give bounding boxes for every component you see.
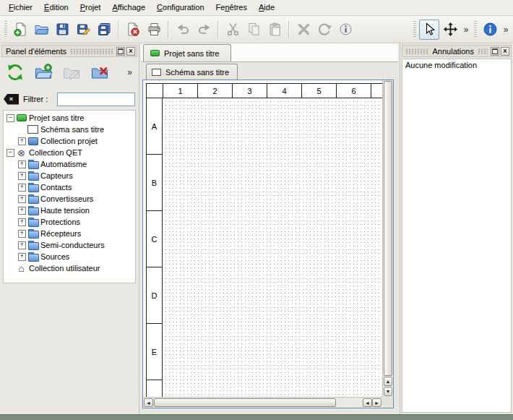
save-all-button[interactable] [94, 20, 114, 40]
menu-item[interactable]: Affichage [106, 0, 151, 15]
tree-expander-icon[interactable] [17, 218, 27, 227]
tree-item[interactable]: Capteurs [4, 170, 135, 181]
tree-item[interactable]: Semi-conducteurs [4, 239, 135, 251]
tree-item[interactable]: Convertisseurs [4, 193, 135, 205]
tree-expander-icon[interactable] [17, 252, 27, 262]
horizontal-scrollbar[interactable]: ◄ ◄ ► [143, 397, 382, 408]
save-button[interactable] [52, 20, 72, 40]
menu-item[interactable]: Fichier [3, 0, 38, 15]
tree-item-icon [27, 205, 39, 215]
scroll-up-icon[interactable]: ▲ [384, 377, 392, 386]
float-dock-button[interactable] [116, 47, 125, 56]
diagram-tab[interactable]: Schéma sans titre [146, 64, 238, 80]
horizontal-scrollbar-thumb[interactable] [154, 398, 336, 407]
clear-filter-icon[interactable]: × [4, 94, 19, 105]
new-element-icon [34, 63, 53, 82]
vertical-scrollbar[interactable]: ▲ ▼ [382, 80, 393, 397]
tree-item[interactable]: Sources [4, 251, 135, 262]
new-file-button[interactable] [10, 20, 30, 40]
toolbar-overflow-chevron[interactable]: » [461, 25, 471, 35]
about-qet-button[interactable] [480, 20, 500, 40]
tree-expander-icon[interactable] [17, 137, 27, 146]
scroll-left-icon[interactable]: ◄ [144, 398, 153, 407]
ruler-column-cell: 3 [233, 84, 267, 98]
panel-toolbar-overflow-chevron[interactable]: » [127, 67, 135, 77]
schema-canvas[interactable]: 1 2 3 4 5 6 A [143, 80, 382, 397]
tree-item[interactable]: Automatisme [4, 158, 135, 170]
ruler-row-cell: B [147, 155, 163, 211]
reload-collections-button[interactable] [4, 61, 27, 84]
tree-item[interactable]: Collection projet [4, 135, 135, 147]
tree-item-label: Projet sans titre [29, 113, 84, 122]
copy-icon [246, 22, 262, 37]
undo-icon [176, 22, 191, 37]
tree-expander-icon[interactable] [17, 194, 27, 204]
tree-expander-icon[interactable] [6, 113, 15, 123]
diagram-info-button[interactable] [335, 20, 355, 40]
tree-expander-icon[interactable] [17, 229, 27, 239]
schema-view: 1 2 3 4 5 6 A [142, 80, 394, 408]
tree-expander-icon[interactable] [17, 206, 27, 215]
status-bar [0, 414, 513, 420]
tree-expander-icon[interactable] [17, 241, 27, 250]
tree-item[interactable]: Contacts [4, 181, 135, 193]
tree-item[interactable]: Collection QET [4, 147, 135, 158]
select-mode-button[interactable] [419, 20, 439, 40]
tree-item[interactable]: Collection utilisateur [4, 262, 135, 274]
scrollbar-corner [382, 397, 393, 408]
undo-list-item[interactable]: Aucune modification [402, 59, 511, 71]
paste-icon [267, 22, 283, 37]
tree-item-label: Capteurs [40, 171, 73, 180]
toolbar-grip[interactable] [474, 21, 477, 38]
horizontal-scrollbar-track[interactable] [337, 398, 363, 407]
elements-panel-toolbar: » [0, 58, 139, 87]
move-mode-button[interactable] [440, 20, 460, 40]
delete-element-button[interactable] [88, 61, 111, 84]
scroll-right-icon[interactable]: ► [372, 398, 381, 407]
menu-item[interactable]: Édition [38, 0, 74, 15]
close-file-button[interactable] [123, 20, 143, 40]
toolbar-grip[interactable] [4, 21, 7, 38]
ruler-row-cell: C [147, 211, 163, 267]
tree-expander-icon[interactable] [6, 148, 15, 158]
tree-item[interactable]: Schéma sans titre [4, 124, 135, 135]
menu-item[interactable]: Configuration [151, 0, 210, 15]
toolbar-grip[interactable] [413, 21, 416, 38]
tree-expander-icon[interactable] [17, 125, 27, 134]
ruler-column-cell: 6 [337, 84, 371, 98]
filter-input[interactable] [57, 93, 135, 106]
tree-expander-icon[interactable] [17, 160, 27, 169]
tree-item[interactable]: Haute tension [4, 205, 135, 216]
close-dock-button[interactable] [126, 47, 135, 56]
undo-dock-titlebar[interactable]: Annulations [402, 45, 512, 57]
project-tab[interactable]: Projet sans titre [143, 44, 231, 61]
float-dock-button[interactable] [491, 47, 499, 56]
tree-expander-icon[interactable] [17, 183, 27, 192]
menu-bar: Fichier Édition Projet Affichage Configu… [0, 0, 513, 16]
cut-icon [225, 22, 241, 37]
ruler-row-cell: A [147, 98, 163, 155]
toolbar-overflow-chevron[interactable]: » [501, 25, 511, 35]
close-dock-button[interactable] [501, 47, 509, 56]
tree-item[interactable]: Protections [4, 216, 135, 228]
vertical-scrollbar-thumb[interactable] [384, 81, 392, 376]
save-as-button[interactable] [73, 20, 93, 40]
print-button[interactable] [144, 20, 164, 40]
menu-item[interactable]: Aide [253, 0, 280, 15]
tree-expander-icon[interactable] [17, 171, 27, 181]
tree-item-label: Protections [40, 218, 80, 226]
tree-item-label: Automatisme [40, 160, 87, 168]
tree-item[interactable]: Projet sans titre [4, 112, 135, 124]
new-element-button[interactable] [32, 61, 55, 84]
elements-panel-titlebar[interactable]: Panel d'éléments [1, 45, 137, 57]
open-file-button[interactable] [31, 20, 51, 40]
scroll-down-icon[interactable]: ▼ [384, 387, 392, 396]
tree-item-icon [27, 159, 39, 169]
diagram-tab-bar: Schéma sans titre [141, 62, 398, 80]
menu-item[interactable]: Projet [74, 0, 107, 15]
scroll-left-icon[interactable]: ◄ [363, 398, 372, 407]
menu-item[interactable]: Fenêtres [210, 0, 253, 15]
tree-item[interactable]: Récepteurs [4, 228, 135, 239]
tree-expander-icon[interactable] [6, 264, 15, 273]
schema-grid[interactable] [163, 98, 382, 397]
